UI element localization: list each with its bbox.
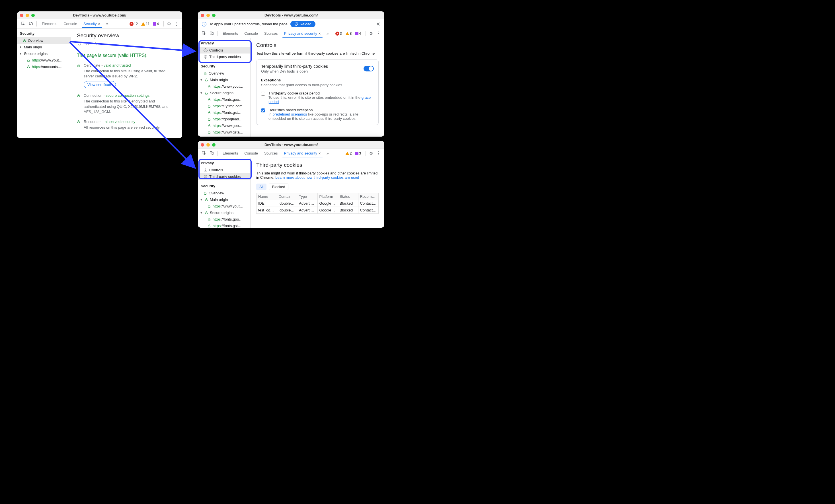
filter-chip-blocked[interactable]: Blocked [269, 184, 288, 190]
limit-cookies-toggle[interactable] [364, 66, 374, 71]
warning-counter[interactable]: 11 [141, 22, 149, 26]
issues-counter[interactable]: 4 [355, 31, 361, 36]
table-row[interactable]: IDE.double…Advertisi…Google/D…BlockedCon… [257, 200, 379, 207]
caret-icon[interactable]: ▼ [200, 78, 203, 81]
sidebar-item-secure-origins[interactable]: ▼ Secure origins [198, 209, 250, 216]
sidebar-origin[interactable]: https://www.yout… [17, 57, 71, 63]
sidebar-origin[interactable]: https://www.yout… [198, 203, 250, 209]
gear-icon[interactable]: ⚙ [369, 151, 373, 156]
close-icon[interactable]: ✕ [318, 32, 321, 35]
issues-counter[interactable]: 3 [355, 151, 361, 155]
table-header[interactable]: Name [257, 193, 277, 200]
grace-period-checkbox[interactable] [261, 92, 265, 96]
sidebar-origin[interactable]: https://fonts.gst… [198, 223, 250, 228]
titlebar[interactable]: DevTools - www.youtube.com/ [198, 141, 384, 149]
sidebar-origin[interactable]: https://fonts.gst… [198, 109, 250, 116]
sidebar-item-secure-origins[interactable]: ▼ Secure origins [198, 90, 250, 96]
table-header[interactable]: Status [338, 193, 359, 200]
gear-icon[interactable]: ⚙ [369, 31, 373, 36]
kebab-icon[interactable]: ⋮ [376, 31, 381, 36]
minimize-window-button[interactable] [206, 14, 210, 17]
tab-console[interactable]: Console [241, 149, 261, 157]
inspect-icon[interactable] [200, 31, 207, 36]
sidebar-item-overview[interactable]: Overview [198, 70, 250, 77]
reload-button[interactable]: Reload [290, 21, 315, 27]
sidebar-origin[interactable]: https://accounts.… [17, 63, 71, 70]
tab-privacy-security[interactable]: Privacy and security✕ [281, 29, 324, 37]
tab-privacy-security[interactable]: Privacy and security✕ [281, 149, 324, 157]
titlebar[interactable]: DevTools - www.youtube.com/ [17, 12, 182, 19]
heuristics-checkbox[interactable] [261, 108, 265, 112]
sidebar-origin[interactable]: https://www.gsta… [198, 129, 250, 135]
caret-icon[interactable]: ▼ [200, 198, 203, 201]
table-header[interactable]: Platform [318, 193, 338, 200]
zoom-window-button[interactable] [212, 14, 216, 17]
inspect-icon[interactable] [19, 21, 26, 26]
sidebar-item-controls[interactable]: Controls [198, 167, 250, 173]
zoom-window-button[interactable] [31, 14, 35, 17]
device-toggle-icon[interactable] [208, 151, 215, 156]
error-counter[interactable]: ✕12 [129, 22, 138, 26]
tab-elements[interactable]: Elements [39, 20, 60, 27]
table-row[interactable]: test_cookie.double…Advertisi…Google/D…Bl… [257, 207, 379, 214]
sidebar-item-third-party-cookies[interactable]: Third-party cookies [198, 173, 250, 180]
close-window-button[interactable] [201, 143, 204, 147]
tab-security[interactable]: Security✕ [81, 20, 103, 27]
device-toggle-icon[interactable] [208, 31, 215, 36]
sidebar-origin[interactable]: https://www.yout… [198, 83, 250, 90]
sidebar-origin[interactable]: https://googlead… [198, 116, 250, 122]
close-icon[interactable]: ✕ [98, 22, 101, 26]
inspect-icon[interactable] [200, 151, 207, 156]
sidebar-item-third-party-cookies[interactable]: Third-party cookies [198, 54, 250, 60]
caret-icon[interactable]: ▼ [200, 91, 203, 94]
device-toggle-icon[interactable] [27, 21, 34, 26]
sidebar-item-main-origin[interactable]: ▼ Main origin [17, 44, 71, 50]
filter-chip-all[interactable]: All [256, 184, 266, 190]
learn-more-link[interactable]: Learn more about how third-party cookies… [275, 175, 359, 180]
tab-sources[interactable]: Sources [261, 29, 281, 37]
tab-elements[interactable]: Elements [220, 29, 241, 37]
sidebar-origin[interactable]: https://fonts.goo… [198, 96, 250, 103]
warning-counter[interactable]: 2 [345, 151, 352, 155]
titlebar[interactable]: DevTools - www.youtube.com/ [198, 12, 384, 19]
close-window-button[interactable] [20, 14, 23, 17]
sidebar-item-controls[interactable]: Controls [198, 47, 250, 54]
zoom-window-button[interactable] [212, 143, 216, 147]
sidebar-item-secure-origins[interactable]: ▼ Secure origins [17, 50, 71, 57]
error-counter[interactable]: ✕3 [335, 31, 342, 36]
more-tabs-icon[interactable]: » [325, 31, 330, 36]
minimize-window-button[interactable] [206, 143, 210, 147]
sidebar-item-main-origin[interactable]: ▼ Main origin [198, 196, 250, 203]
close-window-button[interactable] [201, 14, 204, 17]
lock-icon [204, 191, 207, 195]
predefined-scenarios-link[interactable]: predefined scenarios [272, 112, 307, 117]
table-header[interactable]: Type [297, 193, 318, 200]
sidebar-item-overview[interactable]: Overview [198, 190, 250, 196]
caret-icon[interactable]: ▼ [19, 52, 22, 55]
warning-counter[interactable]: 8 [345, 31, 352, 36]
table-header[interactable]: Recomm… [358, 193, 379, 200]
tab-console[interactable]: Console [241, 29, 261, 37]
cookies-table[interactable]: NameDomainTypePlatformStatusRecomm… IDE.… [256, 193, 379, 214]
kebab-icon[interactable]: ⋮ [376, 150, 381, 156]
caret-icon[interactable]: ▼ [19, 45, 22, 49]
gear-icon[interactable]: ⚙ [167, 21, 171, 26]
close-icon[interactable]: ✕ [376, 21, 380, 27]
tab-elements[interactable]: Elements [220, 149, 241, 157]
more-tabs-icon[interactable]: » [104, 22, 110, 26]
issues-counter[interactable]: 4 [153, 22, 159, 26]
tab-sources[interactable]: Sources [261, 149, 281, 157]
sidebar-origin[interactable]: https://fonts.goo… [198, 216, 250, 223]
kebab-icon[interactable]: ⋮ [174, 21, 179, 26]
tab-console[interactable]: Console [61, 20, 80, 27]
sidebar-item-main-origin[interactable]: ▼ Main origin [198, 77, 250, 83]
sidebar-origin[interactable]: https://i.ytimg.com [198, 103, 250, 109]
sidebar-item-overview[interactable]: Overview [17, 37, 71, 44]
more-tabs-icon[interactable]: » [325, 151, 330, 156]
view-certificate-button[interactable]: View certificate [84, 81, 116, 88]
caret-icon[interactable]: ▼ [200, 211, 203, 214]
sidebar-origin[interactable]: https://www.goo… [198, 122, 250, 129]
table-header[interactable]: Domain [277, 193, 297, 200]
minimize-window-button[interactable] [26, 14, 29, 17]
close-icon[interactable]: ✕ [318, 152, 321, 155]
